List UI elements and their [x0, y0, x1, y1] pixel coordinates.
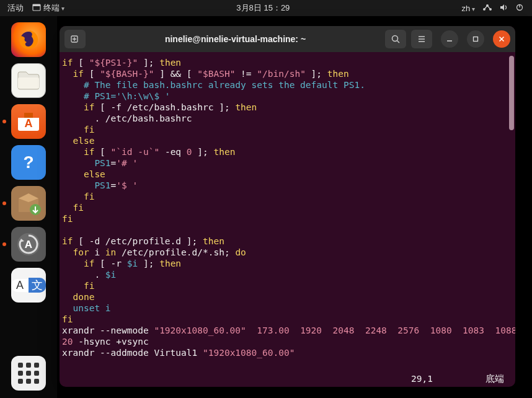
svg-text:A: A — [25, 239, 32, 250]
help-icon[interactable]: ? — [11, 145, 46, 180]
app-menu[interactable]: 终端 — [32, 2, 64, 14]
network-icon[interactable] — [482, 4, 492, 13]
input-method-icon[interactable]: A文 — [11, 268, 46, 303]
updater-icon[interactable]: A — [11, 227, 46, 262]
firefox-icon[interactable] — [11, 22, 46, 57]
new-tab-button[interactable] — [64, 30, 86, 48]
scroll-position: 底端 — [485, 373, 504, 384]
clock[interactable]: 3月8日 15：29 — [64, 2, 461, 14]
terminal-content[interactable]: if [ "${PS1-}" ]; then if [ "${BASH-}" ]… — [60, 52, 515, 387]
window-titlebar: ninelie@ninelie-virtual-machine: ~ — [60, 26, 515, 52]
menu-button[interactable] — [411, 30, 432, 48]
scrollbar-thumb[interactable] — [509, 56, 514, 130]
svg-rect-20 — [474, 37, 478, 42]
minimize-button[interactable] — [441, 30, 458, 48]
close-button[interactable] — [493, 30, 510, 48]
input-source-indicator[interactable]: zh — [461, 4, 475, 13]
search-button[interactable] — [385, 30, 406, 48]
files-icon[interactable] — [11, 63, 46, 98]
window-title: ninelie@ninelie-virtual-machine: ~ — [91, 34, 380, 44]
terminal-text: if [ "${PS1-}" ]; then if [ "${BASH-}" ]… — [62, 57, 515, 358]
svg-text:A: A — [25, 117, 33, 130]
ubuntu-dock: A ? A A文 — [0, 16, 57, 398]
volume-icon[interactable] — [500, 4, 508, 13]
svg-rect-1 — [33, 4, 40, 6]
maximize-button[interactable] — [467, 30, 484, 48]
package-icon[interactable] — [11, 186, 46, 221]
svg-point-14 — [392, 36, 398, 42]
show-apps-icon[interactable] — [11, 356, 46, 391]
vim-statusline: 29,1 底端 — [60, 373, 515, 384]
svg-rect-8 — [18, 77, 39, 89]
terminal-window: ninelie@ninelie-virtual-machine: ~ if [ … — [60, 26, 515, 387]
gnome-top-bar: 活动 终端 3月8日 15：29 zh — [0, 0, 532, 16]
software-icon[interactable]: A — [11, 104, 46, 139]
power-icon[interactable] — [516, 4, 523, 13]
svg-line-15 — [397, 41, 400, 43]
cursor-position: 29,1 — [411, 373, 485, 384]
activities-button[interactable]: 活动 — [7, 2, 24, 14]
